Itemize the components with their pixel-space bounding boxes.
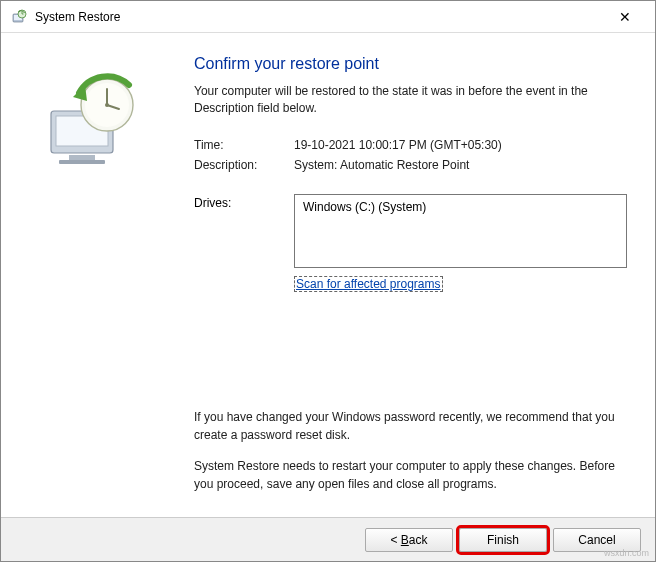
restart-note: System Restore needs to restart your com…	[194, 458, 627, 493]
page-heading: Confirm your restore point	[194, 55, 627, 73]
drive-item: Windows (C:) (System)	[303, 200, 618, 214]
drives-listbox[interactable]: Windows (C:) (System)	[294, 194, 627, 268]
titlebar: System Restore ✕	[1, 1, 655, 33]
password-note: If you have changed your Windows passwor…	[194, 409, 627, 444]
system-restore-icon	[11, 9, 27, 25]
content-area: Confirm your restore point Your computer…	[1, 33, 655, 517]
window-title: System Restore	[35, 10, 605, 24]
description-row: Description: System: Automatic Restore P…	[194, 158, 627, 172]
footer: < Back Finish Cancel	[1, 517, 655, 561]
close-button[interactable]: ✕	[605, 3, 645, 31]
system-restore-window: System Restore ✕	[0, 0, 656, 562]
time-label: Time:	[194, 138, 294, 152]
drives-section: Drives: Windows (C:) (System) Scan for a…	[194, 194, 627, 292]
close-icon: ✕	[619, 9, 631, 25]
main-panel: Confirm your restore point Your computer…	[176, 33, 655, 517]
description-value: System: Automatic Restore Point	[294, 158, 627, 172]
spacer	[194, 292, 627, 410]
time-row: Time: 19-10-2021 10:00:17 PM (GMT+05:30)	[194, 138, 627, 152]
description-label: Description:	[194, 158, 294, 172]
page-subtext: Your computer will be restored to the st…	[194, 83, 627, 118]
drives-label: Drives:	[194, 194, 294, 292]
cancel-button[interactable]: Cancel	[553, 528, 641, 552]
svg-rect-7	[59, 160, 105, 164]
drives-right: Windows (C:) (System) Scan for affected …	[294, 194, 627, 292]
time-value: 19-10-2021 10:00:17 PM (GMT+05:30)	[294, 138, 627, 152]
back-button[interactable]: < Back	[365, 528, 453, 552]
sidebar	[1, 33, 176, 517]
svg-rect-6	[69, 155, 95, 160]
scan-affected-programs-link[interactable]: Scan for affected programs	[294, 276, 443, 292]
svg-point-12	[105, 103, 109, 107]
finish-button[interactable]: Finish	[459, 528, 547, 552]
restore-graphic-icon	[29, 63, 149, 163]
